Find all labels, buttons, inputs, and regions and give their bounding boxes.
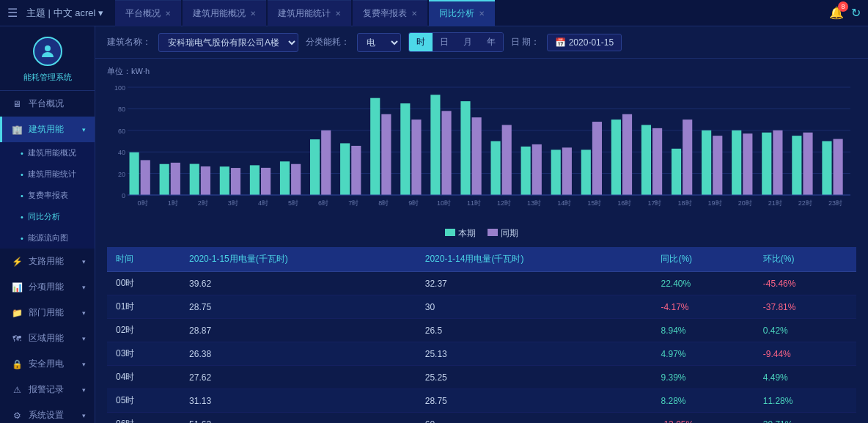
svg-rect-43 — [430, 95, 440, 195]
table-cell: 32.37 — [416, 272, 652, 295]
svg-rect-59 — [592, 122, 602, 195]
table-col-header: 2020-1-14用电量(千瓦时) — [416, 247, 652, 272]
svg-rect-44 — [441, 111, 451, 195]
sidebar-item-6[interactable]: 🔒安全用电▾ — [0, 351, 95, 377]
time-btn-hour[interactable]: 时 — [409, 33, 433, 51]
svg-rect-52 — [521, 147, 531, 195]
svg-rect-38 — [381, 114, 391, 195]
svg-text:16时: 16时 — [617, 199, 631, 207]
table-row: 01时28.7530-4.17%-37.81% — [107, 295, 856, 319]
table-cell: 02时 — [107, 319, 180, 342]
svg-rect-34 — [340, 143, 350, 195]
svg-rect-73 — [732, 130, 741, 195]
svg-rect-23 — [231, 168, 240, 195]
top-bar-right: 🔔 8 ↻ — [829, 6, 861, 20]
table-cell: 22.40% — [652, 272, 754, 295]
table-cell: 0.42% — [754, 319, 856, 342]
svg-rect-74 — [743, 133, 752, 195]
svg-rect-77 — [773, 130, 782, 195]
svg-rect-29 — [291, 164, 301, 195]
menu-icon[interactable]: ☰ — [7, 6, 18, 20]
sidebar-item-4[interactable]: 📁部门用能▾ — [0, 300, 95, 325]
content-area: 建筑名称： 安科瑞电气股份有限公司A楼 分类能耗： 电 时 日 月 年 日 期：… — [95, 26, 868, 423]
svg-rect-53 — [532, 144, 542, 195]
table-row: 00时39.6232.3722.40%-45.46% — [107, 272, 856, 295]
table-row: 03时26.3825.134.97%-9.44% — [107, 342, 856, 366]
refresh-icon[interactable]: ↻ — [851, 6, 861, 20]
time-btn-day[interactable]: 日 — [433, 33, 456, 51]
avatar — [33, 37, 62, 66]
sidebar-item-1[interactable]: 🏢建筑用能▾ — [0, 117, 95, 142]
table-cell: -37.81% — [754, 295, 856, 319]
bell-button[interactable]: 🔔 8 — [829, 6, 844, 20]
top-tab-建筑用能统计[interactable]: 建筑用能统计✕ — [268, 0, 351, 26]
sidebar-item-0[interactable]: 🖥平台概况 — [0, 91, 95, 117]
top-tab-平台概况[interactable]: 平台概况✕ — [115, 0, 181, 26]
svg-text:22时: 22时 — [798, 199, 812, 207]
time-btn-month[interactable]: 月 — [456, 33, 479, 51]
svg-rect-13 — [130, 152, 139, 195]
svg-text:6时: 6时 — [318, 199, 328, 207]
table-cell: 30 — [416, 295, 652, 319]
table-section: 时间2020-1-15用电量(千瓦时)2020-1-14用电量(千瓦时)同比(%… — [95, 247, 868, 423]
table-cell: -45.46% — [754, 272, 856, 295]
svg-rect-70 — [702, 130, 711, 195]
svg-rect-37 — [370, 98, 380, 195]
svg-text:9时: 9时 — [408, 199, 419, 207]
svg-rect-40 — [400, 103, 410, 195]
table-cell: 60 — [416, 413, 652, 424]
user-section: 能耗管理系统 — [0, 26, 95, 91]
sidebar-item-5[interactable]: 🗺区域用能▾ — [0, 325, 95, 351]
svg-text:17时: 17时 — [647, 199, 661, 207]
svg-rect-32 — [321, 130, 331, 195]
sidebar-item-3[interactable]: 📊分项用能▾ — [0, 274, 95, 300]
table-header-row: 时间2020-1-15用电量(千瓦时)2020-1-14用电量(千瓦时)同比(%… — [107, 247, 856, 272]
top-tabs: 平台概况✕建筑用能概况✕建筑用能统计✕复费率报表✕同比分析✕ — [115, 0, 829, 26]
top-tab-同比分析[interactable]: 同比分析✕ — [429, 0, 495, 26]
legend-current: 本期 — [445, 227, 476, 240]
chart-svg: 0204060801000时1时2时3时4时5时6时7时8时9时10时11时12… — [107, 81, 856, 224]
table-body: 00时39.6232.3722.40%-45.46%01时28.7530-4.1… — [107, 272, 856, 424]
sub-nav-item-建筑用能统计[interactable]: 建筑用能统计 — [0, 163, 95, 185]
date-value[interactable]: 📅 2020-01-15 — [547, 34, 622, 51]
category-select[interactable]: 电 — [357, 33, 401, 52]
svg-rect-19 — [190, 164, 199, 195]
svg-rect-46 — [460, 101, 470, 195]
svg-rect-80 — [803, 133, 812, 195]
svg-rect-17 — [171, 163, 180, 195]
time-btn-year[interactable]: 年 — [479, 33, 503, 51]
svg-rect-31 — [310, 139, 320, 195]
svg-text:20: 20 — [118, 171, 125, 178]
sub-nav-item-复费率报表[interactable]: 复费率报表 — [0, 185, 95, 206]
top-tab-复费率报表[interactable]: 复费率报表✕ — [353, 0, 427, 26]
sub-nav-item-建筑用能概况[interactable]: 建筑用能概况 — [0, 142, 95, 163]
svg-rect-41 — [411, 119, 421, 195]
table-col-header: 时间 — [107, 247, 180, 272]
app-title: 主题 | 中文 acrel ▾ — [26, 7, 103, 20]
chart-container: 0204060801000时1时2时3时4时5时6时7时8时9时10时11时12… — [107, 81, 856, 224]
table-cell: 28.75 — [416, 389, 652, 413]
table-cell: -13.95% — [652, 413, 754, 424]
sub-nav-item-能源流向图[interactable]: 能源流向图 — [0, 227, 95, 249]
sidebar-item-2[interactable]: ⚡支路用能▾ — [0, 249, 95, 274]
table-cell: 25.25 — [416, 366, 652, 389]
svg-rect-65 — [652, 128, 662, 195]
sub-nav-item-同比分析[interactable]: 同比分析 — [0, 206, 95, 227]
svg-text:19时: 19时 — [708, 199, 722, 207]
sidebar-item-8[interactable]: ⚙系统设置▾ — [0, 402, 95, 423]
table-cell: 05时 — [107, 389, 180, 413]
table-row: 02时28.8726.58.94%0.42% — [107, 319, 856, 342]
table-cell: -4.17% — [652, 295, 754, 319]
table-cell: 25.13 — [416, 342, 652, 366]
table-cell: 04时 — [107, 366, 180, 389]
svg-text:40: 40 — [118, 149, 125, 156]
svg-text:3时: 3时 — [228, 199, 238, 207]
data-table: 时间2020-1-15用电量(千瓦时)2020-1-14用电量(千瓦时)同比(%… — [107, 247, 856, 423]
sidebar-item-7[interactable]: ⚠报警记录▾ — [0, 377, 95, 402]
top-tab-建筑用能概况[interactable]: 建筑用能概况✕ — [183, 0, 266, 26]
time-btn-group: 时 日 月 年 — [408, 32, 504, 52]
building-select[interactable]: 安科瑞电气股份有限公司A楼 — [158, 33, 298, 52]
nav-items: 🖥平台概况🏢建筑用能▾建筑用能概况建筑用能统计复费率报表同比分析能源流向图⚡支路… — [0, 91, 95, 423]
svg-text:14时: 14时 — [557, 199, 571, 207]
table-row: 04时27.6225.259.39%4.49% — [107, 366, 856, 389]
